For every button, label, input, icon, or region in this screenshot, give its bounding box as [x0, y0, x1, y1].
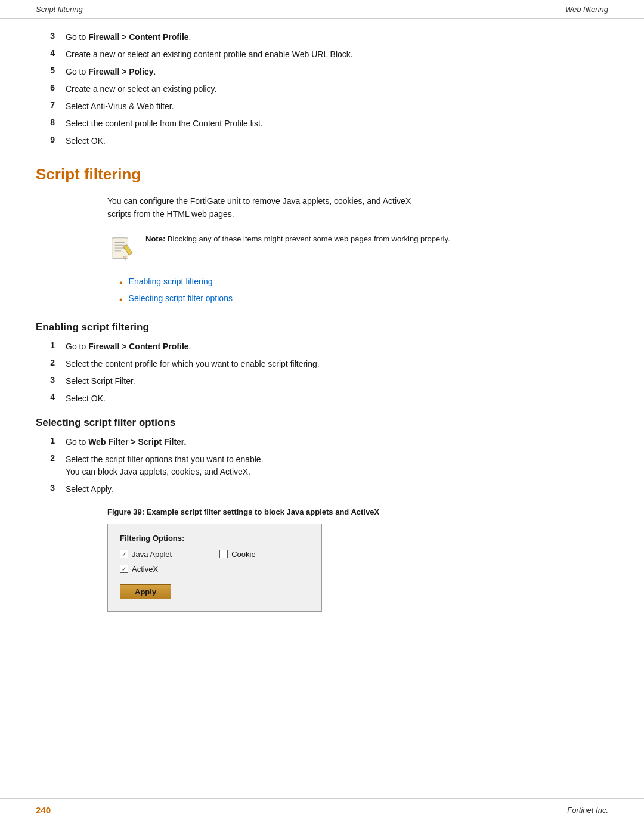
footer-page-number: 240 — [36, 805, 51, 815]
step-number: 1 — [36, 436, 66, 445]
top-step-item: 9Select OK. — [36, 135, 608, 147]
step-text: Select OK. — [66, 135, 608, 147]
activex-checkbox[interactable]: ✓ — [120, 565, 128, 573]
step-item: 4Select OK. — [36, 392, 608, 405]
filter-box-container: Filtering Options: ✓ Java Applet Cookie … — [107, 524, 489, 612]
cookie-option[interactable]: Cookie — [219, 550, 255, 559]
intro-paragraph: You can configure the FortiGate unit to … — [107, 194, 608, 221]
content-area: 3Go to Firewall > Content Profile.4Creat… — [0, 31, 644, 648]
step-item: 2Select the content profile for which yo… — [36, 358, 608, 370]
activex-option[interactable]: ✓ ActiveX — [120, 565, 158, 574]
bullet-link[interactable]: Enabling script filtering — [129, 277, 213, 286]
svg-marker-7 — [125, 259, 126, 261]
bullet-dot: • — [119, 293, 123, 306]
step-number: 4 — [36, 392, 66, 402]
step-number: 2 — [36, 453, 66, 463]
filter-box: Filtering Options: ✓ Java Applet Cookie … — [107, 524, 322, 612]
step-number: 2 — [36, 358, 66, 367]
subsection: Selecting script filter options1Go to We… — [36, 417, 608, 496]
bullet-item: •Enabling script filtering — [119, 277, 608, 290]
activex-label: ActiveX — [132, 565, 158, 574]
bullet-link[interactable]: Selecting script filter options — [129, 293, 233, 303]
top-step-item: 6Create a new or select an existing poli… — [36, 83, 608, 95]
top-step-item: 3Go to Firewall > Content Profile. — [36, 31, 608, 44]
sub-heading: Selecting script filter options — [36, 417, 608, 429]
header-left: Script filtering — [36, 5, 83, 14]
step-text: Create a new or select an existing polic… — [66, 83, 608, 95]
step-number: 5 — [36, 66, 66, 75]
section-heading: Script filtering — [36, 165, 608, 184]
step-text: Create a new or select an existing conte… — [66, 48, 608, 61]
filter-box-label: Filtering Options: — [120, 534, 309, 543]
step-text: Select the content profile from the Cont… — [66, 117, 608, 130]
java-applet-option[interactable]: ✓ Java Applet — [120, 550, 172, 559]
footer-bar: 240 Fortinet Inc. — [0, 798, 644, 821]
page-container: Script filtering Web filtering 3Go to Fi… — [0, 0, 644, 833]
top-step-item: 4Create a new or select an existing cont… — [36, 48, 608, 61]
step-text: Select Apply. — [66, 483, 608, 496]
step-text: Select OK. — [66, 392, 608, 405]
step-text: Select Anti-Virus & Web filter. — [66, 100, 608, 113]
note-label: Note: — [145, 234, 165, 243]
note-box: Note: Blocking any of these items might … — [107, 233, 608, 265]
apply-button[interactable]: Apply — [120, 584, 171, 599]
step-text: Select the content profile for which you… — [66, 358, 608, 370]
pencil-note-icon — [107, 234, 136, 263]
note-body: Blocking any of these items might preven… — [168, 234, 450, 243]
figure-caption: Figure 39: Example script filter setting… — [107, 507, 608, 516]
step-number: 4 — [36, 48, 66, 58]
filter-row-1: ✓ Java Applet Cookie — [120, 550, 309, 559]
cookie-label: Cookie — [231, 550, 255, 559]
step-number: 3 — [36, 483, 66, 493]
step-item: 3Select Script Filter. — [36, 375, 608, 388]
step-text: Select the script filter options that yo… — [66, 453, 608, 478]
note-icon — [107, 234, 137, 265]
bullet-list: •Enabling script filtering•Selecting scr… — [119, 277, 608, 307]
sub-heading: Enabling script filtering — [36, 321, 608, 333]
java-applet-checkbox[interactable]: ✓ — [120, 550, 128, 558]
cookie-checkbox[interactable] — [219, 550, 228, 558]
step-number: 8 — [36, 117, 66, 127]
bullet-dot: • — [119, 277, 123, 290]
subsections: Enabling script filtering1Go to Firewall… — [36, 321, 608, 496]
step-text: Go to Web Filter > Script Filter. — [66, 436, 608, 448]
top-steps: 3Go to Firewall > Content Profile.4Creat… — [36, 31, 608, 147]
subsection: Enabling script filtering1Go to Firewall… — [36, 321, 608, 405]
top-step-item: 7Select Anti-Virus & Web filter. — [36, 100, 608, 113]
step-number: 6 — [36, 83, 66, 92]
top-step-item: 5Go to Firewall > Policy. — [36, 66, 608, 78]
step-number: 9 — [36, 135, 66, 144]
step-number: 1 — [36, 340, 66, 350]
top-step-item: 8Select the content profile from the Con… — [36, 117, 608, 130]
step-text: Go to Firewall > Content Profile. — [66, 340, 608, 353]
step-number: 7 — [36, 100, 66, 110]
step-item: 1Go to Web Filter > Script Filter. — [36, 436, 608, 448]
filter-row-2: ✓ ActiveX — [120, 565, 309, 574]
note-text: Note: Blocking any of these items might … — [145, 233, 450, 245]
step-number: 3 — [36, 31, 66, 41]
bullet-item: •Selecting script filter options — [119, 293, 608, 306]
step-item: 1Go to Firewall > Content Profile. — [36, 340, 608, 353]
step-item: 2Select the script filter options that y… — [36, 453, 608, 478]
footer-brand: Fortinet Inc. — [567, 806, 608, 815]
step-text: Go to Firewall > Content Profile. — [66, 31, 608, 44]
step-item: 3Select Apply. — [36, 483, 608, 496]
java-applet-label: Java Applet — [132, 550, 172, 559]
header-bar: Script filtering Web filtering — [0, 0, 644, 19]
step-text: Go to Firewall > Policy. — [66, 66, 608, 78]
header-right: Web filtering — [565, 5, 608, 14]
step-number: 3 — [36, 375, 66, 385]
step-text: Select Script Filter. — [66, 375, 608, 388]
